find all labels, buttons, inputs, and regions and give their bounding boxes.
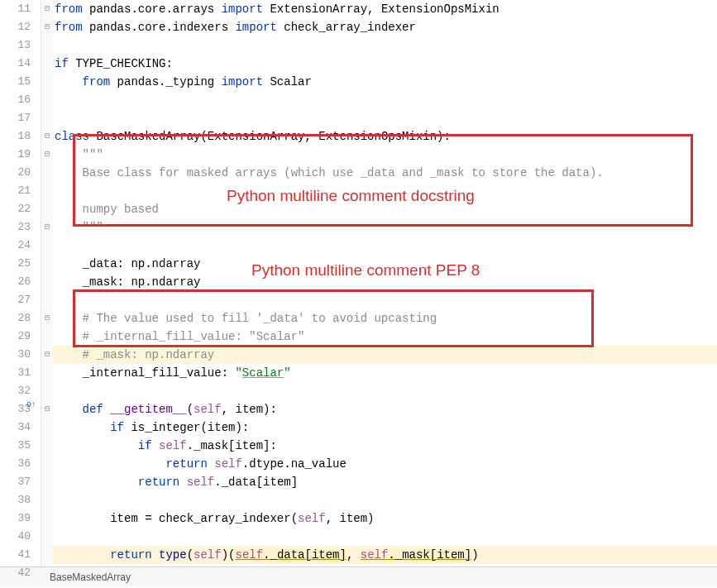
line-number: 15: [0, 73, 31, 91]
fold-marker[interactable]: ⊟: [41, 309, 53, 327]
code-area[interactable]: Python multiline comment docstring Pytho…: [53, 0, 717, 566]
line-number: 29: [0, 327, 31, 346]
line-number: 40: [0, 528, 31, 546]
code-line[interactable]: return self._data[item]: [53, 473, 717, 491]
line-number: 21: [0, 182, 31, 200]
fold-marker[interactable]: [41, 55, 53, 73]
fold-marker[interactable]: [41, 546, 53, 564]
code-line[interactable]: return self.dtype.na_value: [53, 455, 717, 473]
line-number: 41: [0, 546, 31, 564]
line-number: 42: [0, 564, 31, 582]
code-editor[interactable]: 1112131415161718192021222324252627282930…: [0, 0, 717, 566]
line-number: 28: [0, 309, 31, 327]
fold-marker[interactable]: [41, 528, 53, 546]
line-number: 11: [0, 0, 31, 18]
line-number: 16: [0, 91, 31, 109]
line-number: 36: [0, 455, 31, 473]
fold-marker[interactable]: [41, 491, 53, 509]
fold-column[interactable]: ⊟⊟⊟⊟⊟⊟⊟⊟: [41, 0, 53, 566]
fold-marker[interactable]: ⊟: [41, 127, 53, 146]
code-line[interactable]: from pandas._typing import Scalar: [53, 73, 717, 91]
line-number: 38: [0, 491, 31, 509]
code-line[interactable]: from pandas.core.arrays import Extension…: [53, 0, 717, 18]
line-number: 19: [0, 146, 31, 164]
code-line[interactable]: # _mask: np.ndarray: [53, 346, 717, 364]
fold-marker[interactable]: ⊟: [41, 400, 53, 418]
code-line[interactable]: [53, 182, 717, 200]
line-number: 30: [0, 346, 31, 364]
fold-marker[interactable]: ⊟: [41, 218, 53, 237]
code-line[interactable]: return type(self)(self._data[item], self…: [53, 546, 717, 564]
code-line[interactable]: item = check_array_indexer(self, item): [53, 509, 717, 528]
fold-marker[interactable]: [41, 237, 53, 255]
line-number: 37: [0, 473, 31, 491]
fold-marker[interactable]: [41, 564, 53, 582]
code-line[interactable]: # The value used to fill '_data' to avoi…: [53, 309, 717, 327]
line-number: 34: [0, 418, 31, 437]
line-number: 12: [0, 18, 31, 36]
line-number: 22: [0, 200, 31, 218]
fold-marker[interactable]: [41, 36, 53, 55]
line-number: 39: [0, 509, 31, 528]
line-number: 35: [0, 437, 31, 455]
fold-marker[interactable]: [41, 382, 53, 400]
fold-marker[interactable]: [41, 291, 53, 309]
line-number: 32: [0, 382, 31, 400]
code-line[interactable]: numpy based: [53, 200, 717, 218]
fold-marker[interactable]: [41, 109, 53, 127]
fold-marker[interactable]: [41, 473, 53, 491]
code-line[interactable]: [53, 564, 717, 582]
line-number: 25: [0, 255, 31, 273]
fold-marker[interactable]: [41, 200, 53, 218]
line-number: 27: [0, 291, 31, 309]
code-line[interactable]: [53, 382, 717, 400]
code-line[interactable]: if TYPE_CHECKING:: [53, 55, 717, 73]
line-number: 31: [0, 364, 31, 382]
fold-marker[interactable]: ⊟: [41, 18, 53, 36]
fold-marker[interactable]: [41, 255, 53, 273]
code-line[interactable]: [53, 491, 717, 509]
code-line[interactable]: def __getitem__(self, item):: [53, 400, 717, 418]
fold-marker[interactable]: [41, 437, 53, 455]
code-line[interactable]: _data: np.ndarray: [53, 255, 717, 273]
fold-marker[interactable]: [41, 327, 53, 346]
fold-marker[interactable]: [41, 273, 53, 291]
code-line[interactable]: class BaseMaskedArray(ExtensionArray, Ex…: [53, 127, 717, 146]
code-line[interactable]: """: [53, 218, 717, 237]
code-line[interactable]: [53, 109, 717, 127]
code-line[interactable]: # _internal_fill_value: "Scalar": [53, 327, 717, 346]
line-number: 17: [0, 109, 31, 127]
code-line[interactable]: """: [53, 146, 717, 164]
code-line[interactable]: _mask: np.ndarray: [53, 273, 717, 291]
fold-marker[interactable]: [41, 509, 53, 528]
code-line[interactable]: [53, 291, 717, 309]
line-number: 13: [0, 36, 31, 55]
code-line[interactable]: if self._mask[item]:: [53, 437, 717, 455]
line-number: 26: [0, 273, 31, 291]
fold-marker[interactable]: [41, 73, 53, 91]
line-number: 18: [0, 127, 31, 146]
code-line[interactable]: [53, 36, 717, 55]
code-line[interactable]: [53, 91, 717, 109]
code-line[interactable]: Base class for masked arrays (which use …: [53, 164, 717, 182]
line-number: 14: [0, 55, 31, 73]
fold-marker[interactable]: [41, 182, 53, 200]
fold-marker[interactable]: ⊟: [41, 0, 53, 18]
override-gutter-icon[interactable]: o↑: [26, 400, 36, 409]
line-number: 23: [0, 218, 31, 237]
line-number: 24: [0, 237, 31, 255]
fold-marker[interactable]: ⊟: [41, 346, 53, 364]
line-number: 20: [0, 164, 31, 182]
line-number-gutter: 1112131415161718192021222324252627282930…: [0, 0, 41, 566]
code-line[interactable]: if is_integer(item):: [53, 418, 717, 437]
fold-marker[interactable]: [41, 455, 53, 473]
code-line[interactable]: [53, 237, 717, 255]
fold-marker[interactable]: [41, 164, 53, 182]
fold-marker[interactable]: ⊟: [41, 146, 53, 164]
code-line[interactable]: from pandas.core.indexers import check_a…: [53, 18, 717, 36]
code-line[interactable]: [53, 528, 717, 546]
fold-marker[interactable]: [41, 418, 53, 437]
fold-marker[interactable]: [41, 364, 53, 382]
fold-marker[interactable]: [41, 91, 53, 109]
code-line[interactable]: _internal_fill_value: "Scalar": [53, 364, 717, 382]
